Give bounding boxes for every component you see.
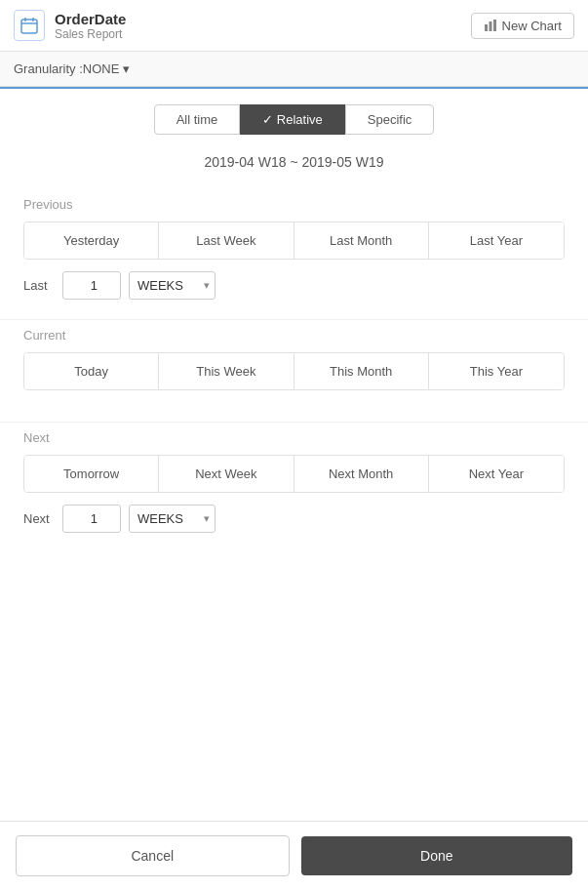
- header: OrderDate Sales Report New Chart: [0, 0, 588, 52]
- footer: Cancel Done: [0, 821, 588, 890]
- tab-specific[interactable]: Specific: [345, 104, 435, 135]
- chart-icon: [484, 19, 497, 32]
- previous-section: Previous Yesterday Last Week Last Month …: [0, 189, 588, 315]
- last-unit-select[interactable]: WEEKS DAYS MONTHS YEARS: [129, 271, 216, 300]
- cancel-button[interactable]: Cancel: [16, 835, 290, 876]
- done-button[interactable]: Done: [301, 836, 573, 875]
- last-year-button[interactable]: Last Year: [429, 222, 564, 259]
- current-button-grid: Today This Week This Month This Year: [23, 352, 565, 390]
- next-button-grid: Tomorrow Next Week Next Month Next Year: [23, 455, 565, 493]
- svg-rect-6: [493, 20, 496, 31]
- tomorrow-button[interactable]: Tomorrow: [24, 456, 159, 492]
- next-month-button[interactable]: Next Month: [294, 456, 429, 492]
- next-custom-row: Next WEEKS DAYS MONTHS YEARS: [23, 505, 565, 533]
- tab-all-time[interactable]: All time: [154, 104, 241, 135]
- this-year-button[interactable]: This Year: [429, 353, 564, 389]
- tab-row: All time ✓ Relative Specific: [0, 89, 588, 144]
- granularity-chevron-icon[interactable]: ▾: [123, 61, 130, 76]
- calendar-icon: [14, 10, 45, 41]
- page-subtitle: Sales Report: [55, 27, 126, 41]
- yesterday-button[interactable]: Yesterday: [24, 222, 159, 259]
- next-section-title: Next: [23, 430, 565, 445]
- next-section: Next Tomorrow Next Week Next Month Next …: [0, 423, 588, 548]
- next-unit-wrapper: WEEKS DAYS MONTHS YEARS: [129, 505, 216, 533]
- previous-custom-row: Last WEEKS DAYS MONTHS YEARS: [23, 271, 565, 300]
- granularity-bar: Granularity :NONE ▾: [0, 52, 588, 87]
- tab-relative[interactable]: ✓ Relative: [240, 104, 345, 135]
- next-year-button[interactable]: Next Year: [429, 456, 564, 492]
- header-titles: OrderDate Sales Report: [55, 11, 126, 41]
- last-unit-wrapper: WEEKS DAYS MONTHS YEARS: [129, 271, 216, 300]
- current-section: Current Today This Week This Month This …: [0, 320, 588, 418]
- today-button[interactable]: Today: [24, 353, 159, 389]
- last-week-button[interactable]: Last Week: [159, 222, 294, 259]
- last-month-button[interactable]: Last Month: [294, 222, 429, 259]
- next-label: Next: [23, 511, 55, 526]
- last-label: Last: [23, 278, 55, 293]
- granularity-label: Granularity :NONE: [14, 61, 119, 76]
- next-number-input[interactable]: [62, 505, 121, 533]
- previous-section-title: Previous: [23, 197, 565, 212]
- last-number-input[interactable]: [62, 271, 121, 300]
- svg-rect-5: [489, 21, 491, 31]
- date-range-display: 2019-04 W18 ~ 2019-05 W19: [0, 144, 588, 189]
- header-left: OrderDate Sales Report: [14, 10, 126, 41]
- this-week-button[interactable]: This Week: [159, 353, 294, 389]
- this-month-button[interactable]: This Month: [294, 353, 429, 389]
- next-unit-select[interactable]: WEEKS DAYS MONTHS YEARS: [129, 505, 216, 533]
- svg-rect-0: [21, 20, 37, 33]
- svg-rect-4: [485, 24, 488, 31]
- current-section-title: Current: [23, 328, 565, 343]
- next-week-button[interactable]: Next Week: [159, 456, 294, 492]
- page-title: OrderDate: [55, 11, 126, 27]
- main-content: All time ✓ Relative Specific 2019-04 W18…: [0, 87, 588, 821]
- previous-button-grid: Yesterday Last Week Last Month Last Year: [23, 222, 565, 260]
- new-chart-button[interactable]: New Chart: [471, 13, 574, 39]
